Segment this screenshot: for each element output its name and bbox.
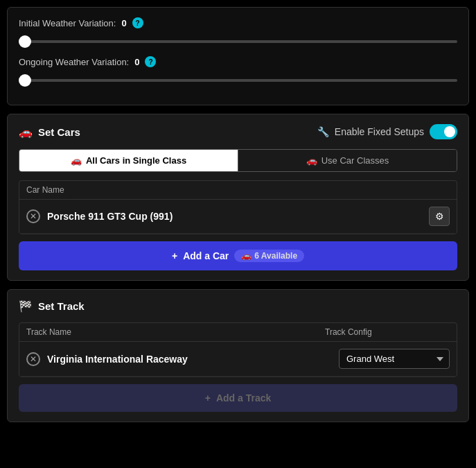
track-section-header: 🏁 Set Track [19,300,457,313]
badge-car-icon: 🚗 [241,251,252,261]
track-table: Track Name Track Config ✕ Virginia Inter… [19,322,457,377]
add-track-label: Add a Track [216,392,271,404]
tab-single-label: All Cars in Single Class [86,155,186,166]
cars-header-right: 🔧 Enable Fixed Setups [317,124,457,139]
track-col-headers: Track Name Track Config [19,323,457,342]
track-title-icon: 🏁 [19,300,33,313]
initial-weather-text: Initial Weather Variation: [19,18,116,28]
add-track-plus-icon: + [205,392,211,404]
remove-car-button[interactable]: ✕ [26,209,40,223]
cars-section-title: 🚗 Set Cars [19,125,80,139]
track-section: 🏁 Set Track Track Name Track Config ✕ Vi… [7,289,469,422]
wrench-icon: 🔧 [317,126,329,137]
ongoing-weather-help-icon[interactable]: ? [145,56,156,67]
initial-weather-label: Initial Weather Variation: 0 ? [19,17,457,28]
car-row: ✕ Porsche 911 GT3 Cup (991) ⚙ [19,200,457,234]
car-icon: 🚗 [19,125,33,139]
car-name: Porsche 911 GT3 Cup (991) [47,211,429,222]
add-car-label: Add a Car [183,250,229,261]
add-car-plus-icon: + [172,250,177,261]
car-name-col-header: Car Name [26,185,64,195]
initial-weather-container: Initial Weather Variation: 0 ? [19,17,457,45]
cars-table: Car Name ✕ Porsche 911 GT3 Cup (991) ⚙ [19,180,457,234]
fixed-setups-label: Enable Fixed Setups [335,126,424,137]
cars-col-header: Car Name [19,181,457,200]
tab-classes-icon: 🚗 [306,155,317,166]
tab-single-class[interactable]: 🚗 All Cars in Single Class [19,150,238,171]
weather-section: Initial Weather Variation: 0 ? Ongoing W… [7,7,469,105]
add-track-button[interactable]: + Add a Track [19,384,457,412]
initial-weather-help-icon[interactable]: ? [132,17,143,28]
ongoing-weather-container: Ongoing Weather Variation: 0 ? [19,56,457,84]
remove-track-button[interactable]: ✕ [26,352,40,366]
ongoing-weather-label: Ongoing Weather Variation: 0 ? [19,56,457,67]
initial-weather-slider[interactable] [19,40,457,43]
track-config-select[interactable]: Grand West Full Course North South [339,349,450,369]
car-tab-bar: 🚗 All Cars in Single Class 🚗 Use Car Cla… [19,149,457,172]
toggle-track [430,124,457,139]
add-car-button[interactable]: + Add a Car 🚗 6 Available [19,241,457,270]
track-config-col-header: Track Config [325,327,450,337]
ongoing-weather-text: Ongoing Weather Variation: [19,57,129,67]
track-row: ✕ Virginia International Raceway Grand W… [19,342,457,376]
track-section-title-text: Set Track [38,300,85,312]
tab-single-icon: 🚗 [71,155,82,166]
available-cars-badge: 🚗 6 Available [234,250,304,262]
fixed-setups-toggle[interactable] [430,124,457,139]
initial-weather-value: 0 [121,18,126,28]
cars-section-title-text: Set Cars [38,126,80,138]
ongoing-weather-slider[interactable] [19,79,457,82]
badge-count: 6 Available [254,251,297,261]
track-section-title: 🏁 Set Track [19,300,85,313]
ongoing-weather-value: 0 [134,57,139,67]
track-name: Virginia International Raceway [47,354,339,365]
cars-section: 🚗 Set Cars 🔧 Enable Fixed Setups 🚗 All C… [7,114,469,281]
track-name-col-header: Track Name [26,327,325,337]
car-settings-button[interactable]: ⚙ [429,207,450,226]
cars-section-header: 🚗 Set Cars 🔧 Enable Fixed Setups [19,124,457,139]
tab-use-classes[interactable]: 🚗 Use Car Classes [238,150,457,171]
toggle-knob [444,126,455,137]
tab-classes-label: Use Car Classes [321,155,389,166]
